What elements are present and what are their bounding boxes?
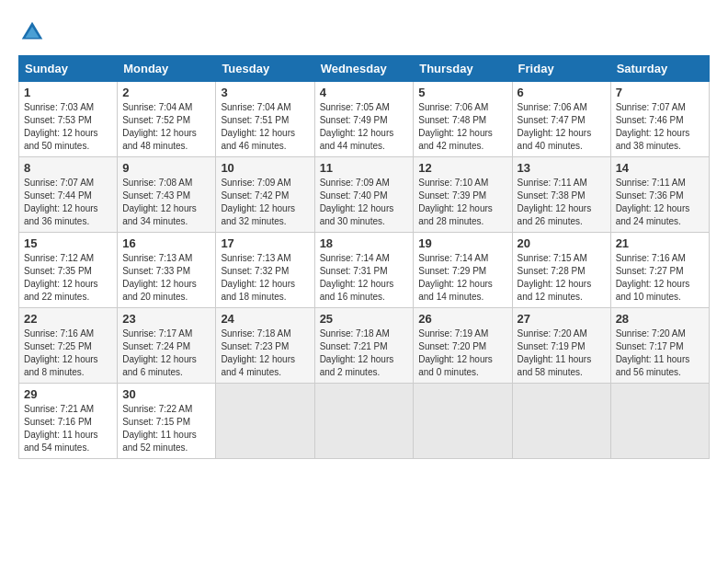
day-number: 20 xyxy=(518,236,606,250)
day-info: Sunrise: 7:17 AM Sunset: 7:24 PM Dayligh… xyxy=(122,327,210,379)
day-info: Sunrise: 7:09 AM Sunset: 7:40 PM Dayligh… xyxy=(320,177,409,228)
calendar-week-4: 22Sunrise: 7:16 AM Sunset: 7:25 PM Dayli… xyxy=(19,308,710,384)
day-info: Sunrise: 7:11 AM Sunset: 7:36 PM Dayligh… xyxy=(616,177,704,228)
calendar-header-saturday: Saturday xyxy=(610,56,709,82)
day-info: Sunrise: 7:16 AM Sunset: 7:25 PM Dayligh… xyxy=(24,327,112,379)
calendar-cell: 5Sunrise: 7:06 AM Sunset: 7:48 PM Daylig… xyxy=(414,82,512,157)
calendar-cell: 19Sunrise: 7:14 AM Sunset: 7:29 PM Dayli… xyxy=(414,233,512,308)
calendar-cell xyxy=(512,384,610,459)
day-number: 28 xyxy=(616,312,704,326)
day-number: 10 xyxy=(221,161,309,175)
day-number: 3 xyxy=(221,86,309,99)
day-number: 15 xyxy=(24,236,112,250)
calendar-cell xyxy=(314,384,414,459)
calendar-week-2: 8Sunrise: 7:07 AM Sunset: 7:44 PM Daylig… xyxy=(19,157,710,233)
calendar-cell: 21Sunrise: 7:16 AM Sunset: 7:27 PM Dayli… xyxy=(610,233,709,308)
day-info: Sunrise: 7:21 AM Sunset: 7:16 PM Dayligh… xyxy=(24,403,112,454)
day-info: Sunrise: 7:10 AM Sunset: 7:39 PM Dayligh… xyxy=(418,177,506,228)
day-info: Sunrise: 7:18 AM Sunset: 7:23 PM Dayligh… xyxy=(221,327,309,379)
day-number: 16 xyxy=(122,236,210,250)
day-info: Sunrise: 7:04 AM Sunset: 7:52 PM Dayligh… xyxy=(122,101,210,153)
calendar-cell: 13Sunrise: 7:11 AM Sunset: 7:38 PM Dayli… xyxy=(512,157,610,233)
day-number: 13 xyxy=(518,161,606,175)
calendar-cell: 30Sunrise: 7:22 AM Sunset: 7:15 PM Dayli… xyxy=(118,384,216,459)
page-header xyxy=(18,18,710,46)
day-info: Sunrise: 7:14 AM Sunset: 7:29 PM Dayligh… xyxy=(418,252,506,304)
calendar-cell: 17Sunrise: 7:13 AM Sunset: 7:32 PM Dayli… xyxy=(216,233,314,308)
day-number: 18 xyxy=(320,236,409,250)
day-info: Sunrise: 7:08 AM Sunset: 7:43 PM Dayligh… xyxy=(122,177,210,228)
day-number: 25 xyxy=(320,312,409,326)
calendar-cell: 1Sunrise: 7:03 AM Sunset: 7:53 PM Daylig… xyxy=(19,82,118,157)
calendar-cell: 24Sunrise: 7:18 AM Sunset: 7:23 PM Dayli… xyxy=(216,308,314,384)
calendar-cell: 10Sunrise: 7:09 AM Sunset: 7:42 PM Dayli… xyxy=(216,157,314,233)
calendar-cell: 15Sunrise: 7:12 AM Sunset: 7:35 PM Dayli… xyxy=(19,233,118,308)
calendar-cell: 4Sunrise: 7:05 AM Sunset: 7:49 PM Daylig… xyxy=(314,82,414,157)
calendar-cell: 26Sunrise: 7:19 AM Sunset: 7:20 PM Dayli… xyxy=(414,308,512,384)
day-info: Sunrise: 7:20 AM Sunset: 7:17 PM Dayligh… xyxy=(616,327,704,379)
day-info: Sunrise: 7:13 AM Sunset: 7:33 PM Dayligh… xyxy=(122,252,210,304)
calendar-cell: 6Sunrise: 7:06 AM Sunset: 7:47 PM Daylig… xyxy=(512,82,610,157)
day-number: 19 xyxy=(418,236,506,250)
calendar-cell: 29Sunrise: 7:21 AM Sunset: 7:16 PM Dayli… xyxy=(19,384,118,459)
day-info: Sunrise: 7:07 AM Sunset: 7:44 PM Dayligh… xyxy=(24,177,112,228)
day-info: Sunrise: 7:06 AM Sunset: 7:48 PM Dayligh… xyxy=(418,101,506,153)
day-info: Sunrise: 7:09 AM Sunset: 7:42 PM Dayligh… xyxy=(221,177,309,228)
calendar-cell: 8Sunrise: 7:07 AM Sunset: 7:44 PM Daylig… xyxy=(19,157,118,233)
logo xyxy=(18,18,50,46)
day-number: 11 xyxy=(320,161,409,175)
calendar-header-sunday: Sunday xyxy=(19,56,118,82)
calendar-week-3: 15Sunrise: 7:12 AM Sunset: 7:35 PM Dayli… xyxy=(19,233,710,308)
calendar-week-1: 1Sunrise: 7:03 AM Sunset: 7:53 PM Daylig… xyxy=(19,82,710,157)
calendar-cell: 11Sunrise: 7:09 AM Sunset: 7:40 PM Dayli… xyxy=(314,157,414,233)
day-info: Sunrise: 7:15 AM Sunset: 7:28 PM Dayligh… xyxy=(518,252,606,304)
day-info: Sunrise: 7:06 AM Sunset: 7:47 PM Dayligh… xyxy=(518,101,606,153)
calendar-cell: 22Sunrise: 7:16 AM Sunset: 7:25 PM Dayli… xyxy=(19,308,118,384)
day-info: Sunrise: 7:04 AM Sunset: 7:51 PM Dayligh… xyxy=(221,101,309,153)
calendar-cell xyxy=(414,384,512,459)
day-info: Sunrise: 7:20 AM Sunset: 7:19 PM Dayligh… xyxy=(518,327,606,379)
day-number: 4 xyxy=(320,86,409,99)
calendar-cell: 3Sunrise: 7:04 AM Sunset: 7:51 PM Daylig… xyxy=(216,82,314,157)
calendar-cell: 14Sunrise: 7:11 AM Sunset: 7:36 PM Dayli… xyxy=(610,157,709,233)
calendar-cell: 18Sunrise: 7:14 AM Sunset: 7:31 PM Dayli… xyxy=(314,233,414,308)
calendar-cell: 20Sunrise: 7:15 AM Sunset: 7:28 PM Dayli… xyxy=(512,233,610,308)
calendar-cell: 12Sunrise: 7:10 AM Sunset: 7:39 PM Dayli… xyxy=(414,157,512,233)
calendar-header-thursday: Thursday xyxy=(414,56,512,82)
day-number: 5 xyxy=(418,86,506,99)
day-number: 1 xyxy=(24,86,112,99)
day-number: 8 xyxy=(24,161,112,175)
day-number: 21 xyxy=(616,236,704,250)
calendar-cell: 23Sunrise: 7:17 AM Sunset: 7:24 PM Dayli… xyxy=(118,308,216,384)
day-number: 24 xyxy=(221,312,309,326)
day-info: Sunrise: 7:07 AM Sunset: 7:46 PM Dayligh… xyxy=(616,101,704,153)
calendar-table: SundayMondayTuesdayWednesdayThursdayFrid… xyxy=(18,55,710,459)
day-info: Sunrise: 7:03 AM Sunset: 7:53 PM Dayligh… xyxy=(24,101,112,153)
calendar-cell: 16Sunrise: 7:13 AM Sunset: 7:33 PM Dayli… xyxy=(118,233,216,308)
day-number: 26 xyxy=(418,312,506,326)
calendar-week-5: 29Sunrise: 7:21 AM Sunset: 7:16 PM Dayli… xyxy=(19,384,710,459)
calendar-header-monday: Monday xyxy=(118,56,216,82)
day-info: Sunrise: 7:16 AM Sunset: 7:27 PM Dayligh… xyxy=(616,252,704,304)
day-number: 7 xyxy=(616,86,704,99)
calendar-cell: 9Sunrise: 7:08 AM Sunset: 7:43 PM Daylig… xyxy=(118,157,216,233)
calendar-header-wednesday: Wednesday xyxy=(314,56,414,82)
day-info: Sunrise: 7:13 AM Sunset: 7:32 PM Dayligh… xyxy=(221,252,309,304)
day-info: Sunrise: 7:22 AM Sunset: 7:15 PM Dayligh… xyxy=(122,403,210,454)
day-number: 22 xyxy=(24,312,112,326)
calendar-cell: 25Sunrise: 7:18 AM Sunset: 7:21 PM Dayli… xyxy=(314,308,414,384)
day-number: 6 xyxy=(518,86,606,99)
calendar-cell: 27Sunrise: 7:20 AM Sunset: 7:19 PM Dayli… xyxy=(512,308,610,384)
day-number: 14 xyxy=(616,161,704,175)
day-info: Sunrise: 7:11 AM Sunset: 7:38 PM Dayligh… xyxy=(518,177,606,228)
day-info: Sunrise: 7:05 AM Sunset: 7:49 PM Dayligh… xyxy=(320,101,409,153)
day-info: Sunrise: 7:19 AM Sunset: 7:20 PM Dayligh… xyxy=(418,327,506,379)
day-number: 12 xyxy=(418,161,506,175)
day-number: 17 xyxy=(221,236,309,250)
day-number: 30 xyxy=(122,387,210,401)
day-info: Sunrise: 7:12 AM Sunset: 7:35 PM Dayligh… xyxy=(24,252,112,304)
calendar-header-tuesday: Tuesday xyxy=(216,56,314,82)
day-number: 23 xyxy=(122,312,210,326)
calendar-cell xyxy=(610,384,709,459)
day-info: Sunrise: 7:14 AM Sunset: 7:31 PM Dayligh… xyxy=(320,252,409,304)
